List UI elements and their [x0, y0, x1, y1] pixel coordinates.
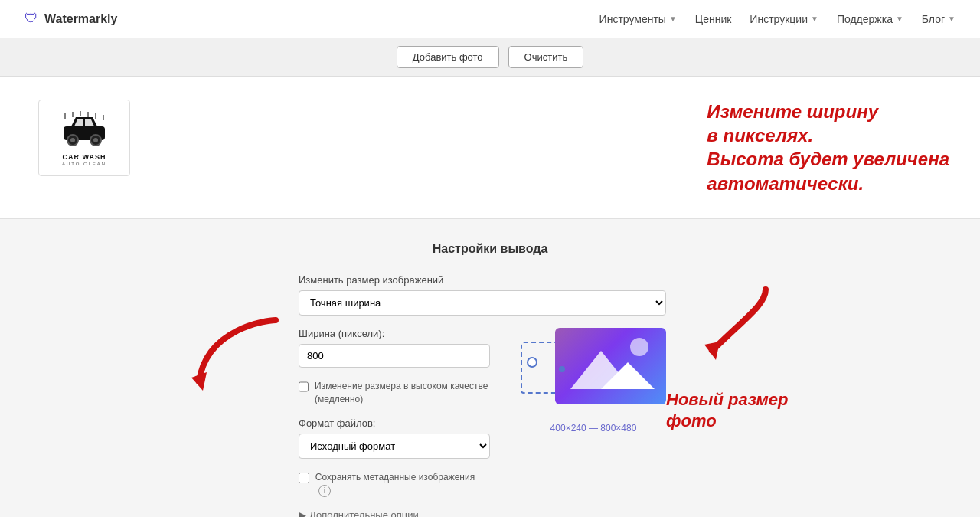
svg-point-15: [630, 338, 648, 356]
settings-title: Настройки вывода: [145, 242, 835, 256]
nav-instructions[interactable]: Инструкции ▼: [750, 13, 818, 25]
toolbar: Добавить фото Очистить: [0, 38, 980, 77]
metadata-checkbox-group: Сохранять метаданные изображения i: [299, 471, 490, 497]
svg-marker-16: [704, 342, 720, 360]
clear-button[interactable]: Очистить: [508, 46, 584, 68]
image-thumbnail-area: CAR WASH AUTO CLEAN: [31, 92, 138, 184]
car-wash-sub: AUTO CLEAN: [57, 162, 111, 166]
mountain-illustration: [555, 328, 666, 404]
car-wash-text: CAR WASH: [57, 154, 111, 162]
nav-blog[interactable]: Блог ▼: [922, 13, 956, 25]
info-icon[interactable]: i: [318, 485, 331, 497]
car-wash-icon-svg: [57, 110, 111, 152]
new-size-text: Новый размер фото: [666, 374, 789, 433]
resize-select[interactable]: Точная ширина Точная высота По размеру М…: [299, 290, 666, 316]
logo-area: 🛡 Watermarkly: [24, 11, 117, 27]
quality-checkbox-group: Изменение размера в высоком качестве (ме…: [299, 380, 490, 406]
shield-icon: 🛡: [24, 11, 38, 27]
chevron-down-icon: ▼: [948, 15, 956, 23]
resize-illustration: [521, 328, 666, 420]
image-card: CAR WASH AUTO CLEAN: [38, 100, 130, 176]
settings-section: Настройки вывода Изменить размер изображ…: [0, 219, 980, 517]
chevron-down-icon: ▼: [669, 15, 677, 23]
chevron-down-icon: ▼: [896, 15, 903, 23]
nav-support[interactable]: Поддержка ▼: [837, 13, 903, 25]
center-column: Изменить размер изображений Точная ширин…: [299, 274, 666, 517]
quality-checkbox-label[interactable]: Изменение размера в высоком качестве (ме…: [315, 380, 490, 406]
right-arrow-area: Новый размер фото: [666, 274, 804, 433]
metadata-checkbox-label[interactable]: Сохранять метаданные изображения i: [315, 471, 490, 497]
preview-area: CAR WASH AUTO CLEAN Измените ширину в пи…: [0, 77, 980, 219]
svg-marker-11: [191, 372, 207, 391]
car-wash-logo: CAR WASH AUTO CLEAN: [57, 110, 111, 166]
right-arrow-svg: [666, 282, 781, 374]
chevron-down-icon: ▼: [811, 15, 818, 23]
metadata-checkbox[interactable]: [299, 473, 309, 483]
main-nav: Инструменты ▼ Ценник Инструкции ▼ Поддер…: [599, 13, 956, 25]
resize-label: Изменить размер изображений: [299, 274, 666, 286]
width-input-group: Ширина (пиксели):: [299, 328, 490, 368]
header: 🛡 Watermarkly Инструменты ▼ Ценник Инстр…: [0, 0, 980, 38]
promo-text-area: Измените ширину в пикселях. Высота будет…: [574, 92, 949, 203]
format-label: Формат файлов:: [299, 417, 490, 429]
promo-text: Измените ширину в пикселях. Высота будет…: [707, 100, 949, 195]
triangle-icon: ▶: [299, 509, 306, 517]
resize-select-group: Изменить размер изображений Точная ширин…: [299, 274, 666, 316]
width-label: Ширина (пиксели):: [299, 328, 490, 339]
left-arrow-area: [176, 274, 299, 404]
format-select-group: Формат файлов: Исходный формат JPEG PNG …: [299, 417, 490, 459]
left-arrow-svg: [184, 305, 291, 404]
add-photo-button[interactable]: Добавить фото: [397, 46, 499, 68]
svg-point-4: [93, 138, 98, 142]
size-label: 400×240 — 800×480: [550, 423, 637, 434]
logo-text: Watermarkly: [44, 12, 117, 26]
svg-point-3: [70, 138, 75, 142]
nav-pricing[interactable]: Ценник: [695, 13, 732, 25]
nav-tools[interactable]: Инструменты ▼: [599, 13, 677, 25]
additional-options-toggle[interactable]: ▶ Дополнительные опции: [299, 509, 490, 517]
format-select[interactable]: Исходный формат JPEG PNG WEBP: [299, 434, 490, 459]
settings-container: Настройки вывода Изменить размер изображ…: [145, 242, 835, 517]
settings-row: Изменить размер изображений Точная ширин…: [176, 274, 804, 517]
width-input[interactable]: [299, 344, 490, 368]
quality-checkbox[interactable]: [299, 381, 309, 392]
